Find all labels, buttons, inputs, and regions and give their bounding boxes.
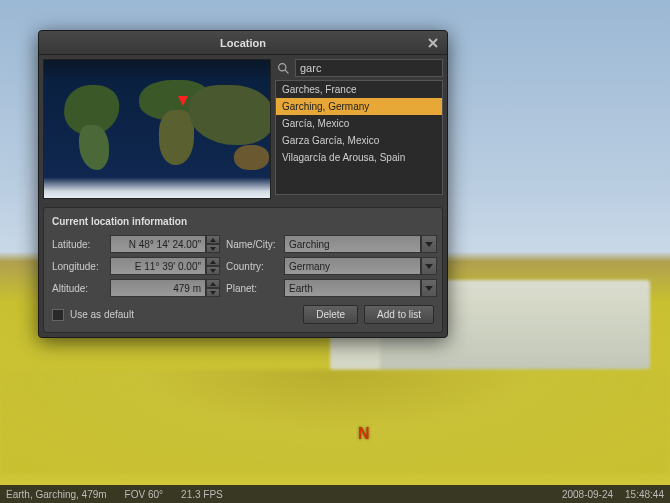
add-to-list-button[interactable]: Add to list: [364, 305, 434, 324]
location-dialog: Location Garches, FranceGarching, German…: [38, 30, 448, 338]
longitude-label: Longitude:: [52, 261, 104, 272]
country-select[interactable]: [284, 257, 437, 275]
planet-label: Planet:: [226, 283, 278, 294]
longitude-spinner[interactable]: [110, 257, 220, 275]
use-default-checkbox[interactable]: [52, 309, 64, 321]
status-date: 2008-09-24: [562, 489, 613, 500]
search-icon: [275, 60, 291, 76]
location-info-panel: Current location information Latitude: N…: [43, 207, 443, 333]
name-input[interactable]: [284, 235, 421, 253]
search-result-item[interactable]: Garching, Germany: [276, 98, 442, 115]
latitude-spinner[interactable]: [110, 235, 220, 253]
altitude-down-button[interactable]: [206, 288, 220, 297]
use-default-label: Use as default: [70, 309, 134, 320]
location-marker-icon: [178, 96, 188, 106]
name-select[interactable]: [284, 235, 437, 253]
altitude-input[interactable]: [110, 279, 206, 297]
close-icon: [428, 38, 438, 48]
country-label: Country:: [226, 261, 278, 272]
status-fov: FOV 60°: [125, 489, 163, 500]
svg-line-1: [285, 70, 288, 73]
planet-dropdown-button[interactable]: [421, 279, 437, 297]
close-button[interactable]: [425, 35, 441, 51]
latitude-up-button[interactable]: [206, 235, 220, 244]
country-input[interactable]: [284, 257, 421, 275]
dialog-header[interactable]: Location: [39, 31, 447, 55]
status-time: 15:48:44: [625, 489, 664, 500]
planet-input[interactable]: [284, 279, 421, 297]
search-result-item[interactable]: Garza García, Mexico: [276, 132, 442, 149]
delete-button[interactable]: Delete: [303, 305, 358, 324]
longitude-up-button[interactable]: [206, 257, 220, 266]
country-dropdown-button[interactable]: [421, 257, 437, 275]
search-result-item[interactable]: Vilagarcía de Arousa, Spain: [276, 149, 442, 166]
altitude-spinner[interactable]: [110, 279, 220, 297]
altitude-label: Altitude:: [52, 283, 104, 294]
status-bar: Earth, Garching, 479m FOV 60° 21.3 FPS 2…: [0, 485, 670, 503]
longitude-input[interactable]: [110, 257, 206, 275]
altitude-up-button[interactable]: [206, 279, 220, 288]
latitude-input[interactable]: [110, 235, 206, 253]
search-result-item[interactable]: García, Mexico: [276, 115, 442, 132]
compass-north-marker: N: [358, 425, 370, 443]
longitude-down-button[interactable]: [206, 266, 220, 275]
name-label: Name/City:: [226, 239, 278, 250]
name-dropdown-button[interactable]: [421, 235, 437, 253]
status-fps: 21.3 FPS: [181, 489, 223, 500]
world-map[interactable]: [43, 59, 271, 199]
latitude-label: Latitude:: [52, 239, 104, 250]
info-panel-title: Current location information: [52, 216, 434, 227]
background-field: [0, 370, 670, 475]
search-result-item[interactable]: Garches, France: [276, 81, 442, 98]
svg-point-0: [278, 63, 285, 70]
search-input[interactable]: [295, 59, 443, 77]
search-results-list: Garches, FranceGarching, GermanyGarcía, …: [275, 80, 443, 195]
planet-select[interactable]: [284, 279, 437, 297]
status-location: Earth, Garching, 479m: [6, 489, 107, 500]
dialog-title: Location: [220, 37, 266, 49]
latitude-down-button[interactable]: [206, 244, 220, 253]
